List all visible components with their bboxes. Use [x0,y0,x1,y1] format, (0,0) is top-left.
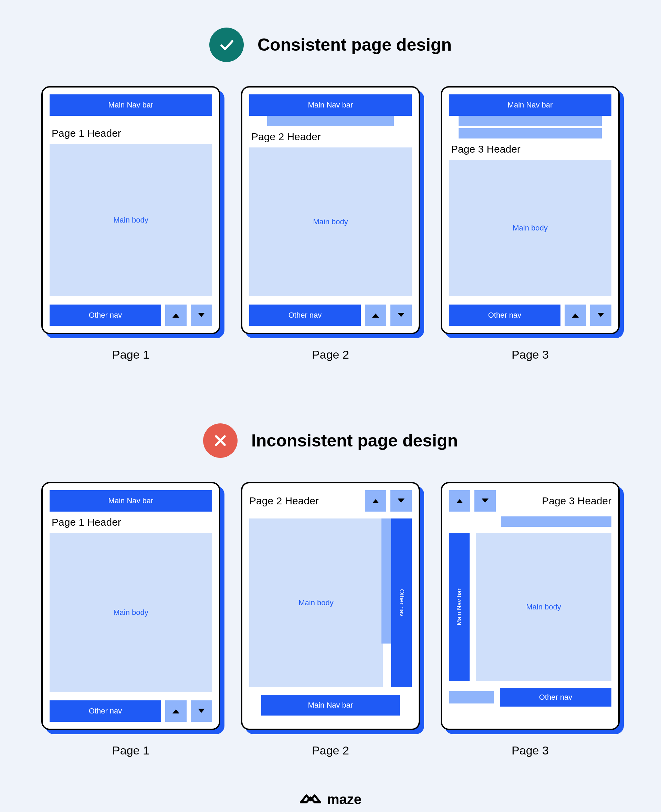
check-icon [209,27,244,62]
main-nav-bar[interactable]: Main Nav bar [261,695,399,716]
sub-nav[interactable] [458,128,602,138]
consistent-row: Main Nav bar Page 1 Header Main body Oth… [34,86,627,361]
other-nav[interactable]: Other nav [49,700,161,722]
main-body: Main body [476,533,612,681]
main-nav-bar[interactable]: Main Nav bar [449,94,612,116]
consistent-title-row: Consistent page design [34,27,627,62]
page-header: Page 3 Header [542,495,612,507]
consistent-page-3: Main Nav bar Page 3 Header Main body Oth… [441,86,620,361]
arrow-up-button[interactable] [449,490,470,512]
inconsistent-title: Inconsistent page design [251,431,458,451]
page-header: Page 1 Header [49,512,212,533]
mockup-frame: Main Nav bar Page 1 Header Main body Oth… [41,482,220,730]
sub-nav[interactable] [458,116,602,126]
main-body: Main body [49,533,212,692]
maze-icon [300,792,321,807]
mockup-frame: Page 3 Header Main Nav bar Main body Oth… [441,482,620,730]
main-body: Main body [249,519,383,687]
page-label: Page 1 [112,348,149,361]
accent-chip [449,691,494,703]
arrow-up-button[interactable] [565,304,586,326]
page-header: Page 2 Header [249,495,319,507]
other-nav[interactable]: Other nav [249,304,361,326]
cross-icon [203,423,238,458]
page-header: Page 3 Header [449,138,612,160]
arrow-down-button[interactable] [590,304,612,326]
inconsistent-title-row: Inconsistent page design [34,423,627,458]
main-nav-bar[interactable]: Main Nav bar [49,490,212,512]
other-nav-side[interactable]: Other nav [391,519,412,687]
arrow-up-button[interactable] [365,304,386,326]
page-label: Page 3 [512,744,549,757]
page-label: Page 2 [312,744,349,757]
brand-name: maze [327,792,361,807]
arrow-down-button[interactable] [191,700,212,722]
sub-nav[interactable] [501,516,612,527]
arrow-up-button[interactable] [165,304,187,326]
mockup-frame: Main Nav bar Page 2 Header Main body Oth… [241,86,420,334]
page-label: Page 3 [512,348,549,361]
page-label: Page 2 [312,348,349,361]
brand-logo: maze [34,792,627,807]
consistent-page-2: Main Nav bar Page 2 Header Main body Oth… [241,86,420,361]
mockup-frame: Main Nav bar Page 1 Header Main body Oth… [41,86,220,334]
main-nav-bar[interactable]: Main Nav bar [249,94,412,116]
arrow-down-button[interactable] [390,304,412,326]
other-nav[interactable]: Other nav [449,304,560,326]
inconsistent-row: Main Nav bar Page 1 Header Main body Oth… [34,482,627,757]
arrow-down-button[interactable] [474,490,496,512]
sub-nav[interactable] [267,116,394,126]
consistent-title: Consistent page design [257,35,452,55]
main-body: Main body [249,147,412,296]
page-header: Page 2 Header [249,126,412,147]
other-nav[interactable]: Other nav [49,304,161,326]
inconsistent-page-3: Page 3 Header Main Nav bar Main body Oth… [441,482,620,757]
consistent-page-1: Main Nav bar Page 1 Header Main body Oth… [41,86,220,361]
other-nav[interactable]: Other nav [500,688,612,706]
inconsistent-page-1: Main Nav bar Page 1 Header Main body Oth… [41,482,220,757]
page-header: Page 1 Header [49,123,212,144]
arrow-up-button[interactable] [365,490,386,512]
main-nav-side[interactable]: Main Nav bar [449,533,469,681]
arrow-down-button[interactable] [390,490,412,512]
arrow-down-button[interactable] [191,304,212,326]
arrow-up-button[interactable] [165,700,187,722]
mockup-frame: Main Nav bar Page 3 Header Main body Oth… [441,86,620,334]
mockup-frame: Page 2 Header Main body Other nav Main N… [241,482,420,730]
main-body: Main body [49,144,212,296]
inconsistent-page-2: Page 2 Header Main body Other nav Main N… [241,482,420,757]
main-nav-bar[interactable]: Main Nav bar [49,94,212,116]
main-body: Main body [449,160,612,296]
page-label: Page 1 [112,744,149,757]
